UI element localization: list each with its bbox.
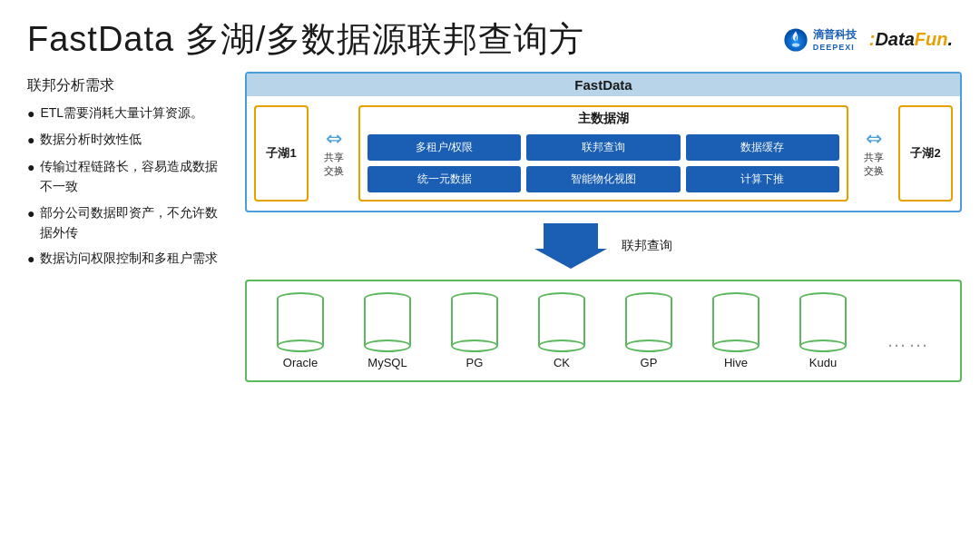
deepexi-logo: 滴普科技 DEEPEXI [783, 27, 857, 53]
flame-icon [783, 27, 808, 53]
arrow-shaft [544, 223, 598, 249]
cyl-bottom-hive [712, 339, 760, 352]
ds-dots: …… [887, 329, 930, 352]
fastdata-header: FastData [247, 74, 960, 96]
cylinder-hive [712, 292, 760, 352]
datasources-box: Oracle MySQL PG [245, 280, 962, 382]
ds-ck: CK [538, 292, 585, 369]
ds-kudu: Kudu [799, 292, 847, 369]
bidirectional-arrow-left: ⇔ [326, 129, 342, 149]
cyl-bottom-gp [625, 339, 672, 352]
lake-cell-0: 多租户/权限 [368, 134, 521, 161]
ds-gp: GP [625, 292, 672, 369]
lake-cell-3: 统一元数据 [368, 166, 521, 192]
cylinder-pg [451, 292, 498, 352]
ds-hive-label: Hive [724, 356, 748, 369]
list-item: 数据访问权限控制和多租户需求 [27, 248, 227, 269]
fastdata-box: FastData 子湖1 ⇔ 共享交换 主数据湖 多租户/权限 联邦查询 [245, 72, 962, 212]
cylinder-mysql [364, 292, 411, 352]
datafun-logo: :DataFun. [869, 29, 953, 50]
ds-mysql-label: MySQL [368, 356, 407, 369]
federation-query-label: 联邦查询 [622, 238, 672, 254]
cyl-bottom-ck [538, 339, 585, 352]
lake-cell-5: 计算下推 [686, 166, 839, 192]
ds-ck-label: CK [554, 356, 570, 369]
ds-oracle: Oracle [277, 292, 324, 369]
left-section-title: 联邦分析需求 [27, 76, 227, 95]
ds-kudu-label: Kudu [809, 356, 837, 369]
main-lake: 主数据湖 多租户/权限 联邦查询 数据缓存 统一元数据 智能物化视图 计算下推 [358, 105, 848, 202]
list-item: ETL需要消耗大量计算资源。 [27, 103, 227, 123]
ds-oracle-label: Oracle [283, 356, 318, 369]
main-lake-grid: 多租户/权限 联邦查询 数据缓存 统一元数据 智能物化视图 计算下推 [360, 131, 847, 200]
exchange-area-left: ⇔ 共享交换 [309, 105, 358, 202]
exchange-label-left: 共享交换 [324, 151, 344, 178]
main-lake-title: 主数据湖 [578, 107, 629, 131]
cylinder-gp [625, 292, 672, 352]
bullet-list: ETL需要消耗大量计算资源。 数据分析时效性低 传输过程链路长，容易造成数据不一… [27, 103, 227, 270]
ds-hive: Hive [712, 292, 760, 369]
cyl-bottom-oracle [277, 339, 324, 352]
ds-pg-label: PG [466, 356, 484, 369]
right-panel: FastData 子湖1 ⇔ 共享交换 主数据湖 多租户/权限 联邦查询 [245, 72, 962, 541]
exchange-label-right: 共享交换 [864, 151, 884, 178]
logos-area: 滴普科技 DEEPEXI :DataFun. [783, 27, 953, 53]
cyl-bottom-kudu [799, 339, 847, 352]
lake-cell-2: 数据缓存 [686, 134, 839, 161]
ds-gp-label: GP [641, 356, 658, 369]
sublake2-box: 子湖2 [898, 105, 953, 202]
left-panel: 联邦分析需求 ETL需要消耗大量计算资源。 数据分析时效性低 传输过程链路长，容… [27, 72, 227, 541]
cylinder-ck [538, 292, 585, 352]
lake-cell-1: 联邦查询 [526, 134, 680, 161]
cyl-bottom-pg [451, 339, 498, 352]
cyl-bottom-mysql [364, 339, 411, 352]
list-item: 部分公司数据即资产，不允许数据外传 [27, 202, 227, 243]
ds-mysql: MySQL [364, 292, 411, 369]
lake-cell-4: 智能物化视图 [526, 166, 680, 192]
list-item: 数据分析时效性低 [27, 129, 227, 150]
svg-point-1 [792, 43, 799, 46]
cylinder-oracle [277, 292, 324, 352]
header: FastData 多湖/多数据源联邦查询方 滴普科技 DEEPEXI [0, 0, 980, 72]
cylinder-kudu [799, 292, 847, 352]
fastdata-body: 子湖1 ⇔ 共享交换 主数据湖 多租户/权限 联邦查询 数据缓存 统一元数据 智… [247, 96, 960, 211]
deepexi-text: 滴普科技 DEEPEXI [813, 27, 857, 52]
main-content: 联邦分析需求 ETL需要消耗大量计算资源。 数据分析时效性低 传输过程链路长，容… [0, 72, 980, 550]
arrow-head [534, 249, 607, 269]
sublake2-label: 子湖2 [910, 145, 940, 162]
exchange-area-right: ⇔ 共享交换 [848, 105, 898, 202]
sublake1-label: 子湖1 [266, 145, 296, 162]
ds-pg: PG [451, 292, 498, 369]
down-arrow [534, 223, 607, 269]
page-title: FastData 多湖/多数据源联邦查询方 [27, 16, 584, 63]
sublake1-box: 子湖1 [254, 105, 309, 202]
bidirectional-arrow-right: ⇔ [866, 129, 882, 149]
federation-arrow-area: 联邦查询 [245, 223, 962, 269]
list-item: 传输过程链路长，容易造成数据不一致 [27, 156, 227, 197]
